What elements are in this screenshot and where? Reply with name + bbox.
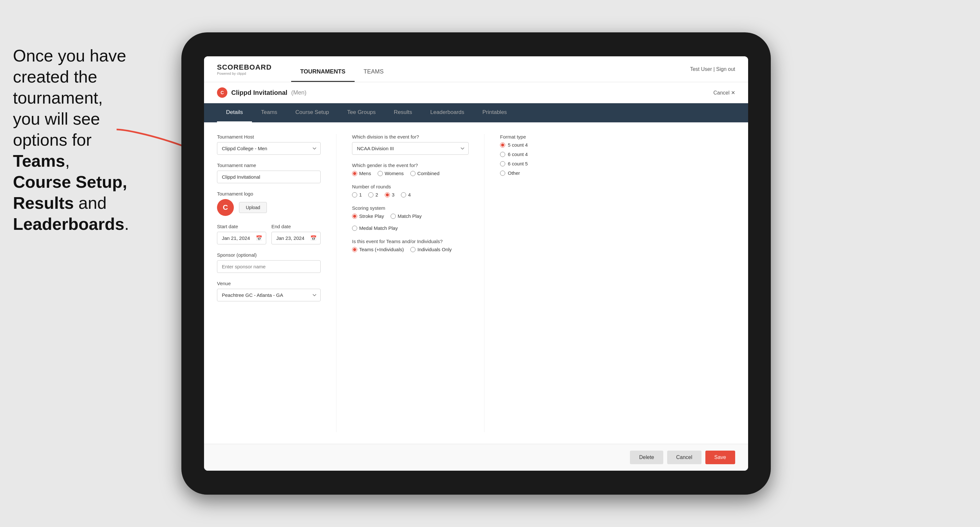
- tournament-logo-label: Tournament logo: [217, 191, 321, 197]
- tab-printables[interactable]: Printables: [474, 103, 516, 122]
- scoring-label: Scoring system: [352, 205, 469, 211]
- scoring-radio-group: Stroke Play Match Play Medal Match Play: [352, 213, 469, 231]
- form-col-2: Which division is the event for? NCAA Di…: [352, 134, 469, 432]
- format-radio-6count5[interactable]: [500, 161, 505, 167]
- rounds-label-3: 3: [392, 192, 395, 197]
- tournament-name-label: Tournament name: [217, 162, 321, 168]
- format-option-6count5[interactable]: 6 count 5: [500, 161, 591, 167]
- scoring-option-medal-match[interactable]: Medal Match Play: [352, 225, 398, 231]
- format-label-other: Other: [508, 170, 520, 176]
- scoring-radio-stroke[interactable]: [352, 214, 357, 219]
- scoring-label-medal-match: Medal Match Play: [359, 225, 398, 231]
- tab-tee-groups[interactable]: Tee Groups: [338, 103, 385, 122]
- instruction-line3: tournament,: [13, 88, 103, 107]
- rounds-option-4[interactable]: 4: [401, 192, 410, 197]
- rounds-radio-1[interactable]: [352, 192, 357, 197]
- teams-radio-individuals[interactable]: [410, 247, 415, 252]
- gender-label: Which gender is the event for?: [352, 162, 469, 168]
- rounds-radio-group: 1 2 3 4: [352, 192, 469, 197]
- sponsor-label: Sponsor (optional): [217, 252, 321, 258]
- col-divider-2: [484, 134, 485, 432]
- header-user[interactable]: Test User | Sign out: [690, 67, 735, 72]
- delete-button[interactable]: Delete: [630, 451, 663, 464]
- sponsor-input[interactable]: [217, 260, 321, 273]
- logo-letter: C: [223, 203, 228, 212]
- instruction-leaderboards: Leaderboards: [13, 214, 124, 233]
- gender-radio-group: Mens Womens Combined: [352, 171, 469, 176]
- cancel-button[interactable]: Cancel: [667, 451, 702, 464]
- teams-option-individuals[interactable]: Individuals Only: [410, 247, 452, 252]
- venue-label: Venue: [217, 281, 321, 286]
- rounds-radio-3[interactable]: [385, 192, 390, 197]
- format-option-other[interactable]: Other: [500, 170, 591, 176]
- logo-area: SCOREBOARD Powered by clippd: [217, 63, 272, 75]
- rounds-radio-4[interactable]: [401, 192, 406, 197]
- instruction-line1: Once you have: [13, 46, 126, 65]
- gender-radio-womens[interactable]: [378, 171, 383, 176]
- tab-leaderboards[interactable]: Leaderboards: [422, 103, 474, 122]
- scoring-option-stroke[interactable]: Stroke Play: [352, 213, 384, 219]
- end-date-input[interactable]: [271, 232, 321, 244]
- nav-tab-teams[interactable]: TEAMS: [355, 62, 393, 82]
- tournament-name-input[interactable]: [217, 171, 321, 183]
- teams-option-teams[interactable]: Teams (+Individuals): [352, 247, 404, 252]
- format-option-5count4[interactable]: 5 count 4: [500, 142, 591, 148]
- form-footer: Delete Cancel Save: [204, 444, 748, 471]
- tournament-name-group: Tournament name: [217, 162, 321, 183]
- end-date-group: End date 📅: [271, 224, 321, 244]
- gender-radio-mens[interactable]: [352, 171, 357, 176]
- gender-radio-combined[interactable]: [410, 171, 415, 176]
- format-radio-5count4[interactable]: [500, 143, 505, 148]
- back-button[interactable]: C: [217, 87, 228, 98]
- sponsor-group: Sponsor (optional): [217, 252, 321, 273]
- division-select[interactable]: NCAA Division III: [352, 142, 469, 155]
- tab-details[interactable]: Details: [217, 103, 252, 122]
- tab-course-setup[interactable]: Course Setup: [286, 103, 338, 122]
- rounds-option-2[interactable]: 2: [368, 192, 378, 197]
- scoring-option-match[interactable]: Match Play: [391, 213, 422, 219]
- gender-option-mens[interactable]: Mens: [352, 171, 371, 176]
- teams-label-individuals: Individuals Only: [417, 247, 452, 252]
- start-date-wrap: 📅: [217, 232, 266, 244]
- date-group: Start date 📅 End date 📅: [217, 224, 321, 244]
- format-label-6count5: 6 count 5: [508, 161, 528, 167]
- division-label: Which division is the event for?: [352, 134, 469, 140]
- gender-group: Which gender is the event for? Mens Wome…: [352, 162, 469, 176]
- tournament-host-group: Tournament Host Clippd College - Men: [217, 134, 321, 155]
- format-radio-other[interactable]: [500, 171, 505, 176]
- format-label-5count4: 5 count 4: [508, 142, 528, 148]
- start-date-label: Start date: [217, 224, 266, 229]
- upload-button[interactable]: Upload: [239, 202, 267, 213]
- rounds-label: Number of rounds: [352, 184, 469, 189]
- tournament-logo-group: Tournament logo C Upload: [217, 191, 321, 216]
- scoring-radio-medal-match[interactable]: [352, 225, 357, 231]
- start-date-group: Start date 📅: [217, 224, 266, 244]
- gender-option-womens[interactable]: Womens: [378, 171, 404, 176]
- back-icon: C: [221, 90, 224, 95]
- save-button[interactable]: Save: [705, 451, 735, 464]
- gender-option-combined[interactable]: Combined: [410, 171, 439, 176]
- nav-tab-tournaments[interactable]: TOURNAMENTS: [291, 62, 355, 82]
- tournament-host-select[interactable]: Clippd College - Men: [217, 142, 321, 155]
- scoring-radio-match[interactable]: [391, 214, 396, 219]
- end-date-wrap: 📅: [271, 232, 321, 244]
- format-label: Format type: [500, 134, 591, 140]
- teams-group: Is this event for Teams and/or Individua…: [352, 238, 469, 252]
- tab-teams[interactable]: Teams: [252, 103, 286, 122]
- venue-select[interactable]: Peachtree GC - Atlanta - GA: [217, 289, 321, 302]
- tournament-name: Clippd Invitational: [231, 89, 287, 97]
- format-radio-group: 5 count 4 6 count 4 6 count 5 Other: [500, 142, 591, 176]
- tablet-frame: SCOREBOARD Powered by clippd TOURNAMENTS…: [181, 32, 771, 495]
- tab-results[interactable]: Results: [385, 103, 422, 122]
- rounds-radio-2[interactable]: [368, 192, 374, 197]
- teams-radio-group: Teams (+Individuals) Individuals Only: [352, 247, 469, 252]
- rounds-option-1[interactable]: 1: [352, 192, 362, 197]
- teams-radio-teams[interactable]: [352, 247, 357, 252]
- rounds-option-3[interactable]: 3: [385, 192, 395, 197]
- instruction-line5: options for: [13, 130, 92, 149]
- cancel-x-button[interactable]: Cancel ✕: [713, 90, 735, 96]
- start-date-input[interactable]: [217, 232, 266, 244]
- format-radio-6count4[interactable]: [500, 152, 505, 157]
- format-option-6count4[interactable]: 6 count 4: [500, 151, 591, 157]
- scoring-label-stroke: Stroke Play: [359, 213, 384, 219]
